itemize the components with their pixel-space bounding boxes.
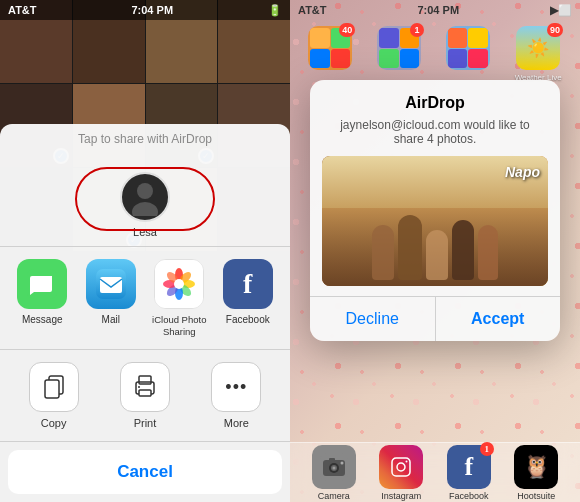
mail-icon bbox=[86, 259, 136, 309]
battery-icon: 🔋 bbox=[268, 4, 282, 17]
folder-icon-3 bbox=[446, 26, 490, 70]
app-item-photos[interactable]: iCloud PhotoSharing bbox=[151, 259, 207, 337]
svg-rect-18 bbox=[139, 376, 151, 384]
dialog-subtitle: jaynelson@icloud.com would like toshare … bbox=[310, 116, 560, 156]
svg-point-29 bbox=[397, 463, 405, 471]
action-item-copy[interactable]: Copy bbox=[22, 362, 86, 429]
dock: Camera Instagram f 1 Facebook 🦉 Ho bbox=[290, 442, 580, 502]
action-item-more[interactable]: ••• More bbox=[204, 362, 268, 429]
icon-row-1: 40 1 bbox=[290, 22, 580, 86]
home-icon-folder1[interactable]: 40 bbox=[308, 26, 352, 82]
svg-point-14 bbox=[174, 279, 184, 289]
right-carrier: AT&T bbox=[298, 4, 327, 16]
svg-rect-19 bbox=[139, 390, 151, 396]
action-label-more: More bbox=[224, 417, 249, 429]
svg-point-20 bbox=[138, 386, 140, 388]
svg-point-27 bbox=[340, 461, 343, 464]
app-item-mail[interactable]: Mail bbox=[83, 259, 139, 337]
hootsuite-dock-icon: 🦉 bbox=[514, 445, 558, 489]
app-item-message[interactable]: Message bbox=[14, 259, 70, 337]
right-phone: AT&T 7:04 PM ▶⬜ 40 bbox=[290, 0, 580, 502]
home-icon-folder2[interactable]: 1 bbox=[377, 26, 421, 82]
instagram-dock-icon bbox=[379, 445, 423, 489]
action-label-copy: Copy bbox=[41, 417, 67, 429]
app-label-facebook: Facebook bbox=[226, 314, 270, 326]
svg-rect-28 bbox=[392, 458, 410, 476]
svg-rect-4 bbox=[100, 277, 122, 293]
facebook-label: Facebook bbox=[449, 491, 489, 501]
print-icon bbox=[120, 362, 170, 412]
accept-button[interactable]: Accept bbox=[436, 297, 561, 341]
apps-row: Message Mail bbox=[0, 247, 290, 350]
home-icon-weather[interactable]: ☀️ 90 Weather Live bbox=[515, 26, 562, 82]
action-label-print: Print bbox=[134, 417, 157, 429]
airdrop-dialog: AirDrop jaynelson@icloud.com would like … bbox=[310, 80, 560, 341]
facebook-badge: 1 bbox=[480, 442, 494, 456]
right-battery: ▶⬜ bbox=[550, 4, 572, 17]
app-label-message: Message bbox=[22, 314, 63, 326]
dock-item-instagram[interactable]: Instagram bbox=[379, 445, 423, 501]
svg-point-25 bbox=[332, 466, 335, 469]
status-bar: AT&T 7:04 PM 🔋 bbox=[0, 0, 290, 20]
airdrop-oval bbox=[75, 167, 215, 231]
actions-row: Copy Print ••• More bbox=[0, 350, 290, 442]
badge-90: 90 bbox=[547, 23, 563, 37]
hootsuite-label: Hootsuite bbox=[517, 491, 555, 501]
svg-rect-26 bbox=[329, 458, 335, 462]
dialog-title: AirDrop bbox=[310, 80, 560, 116]
cancel-button[interactable]: Cancel bbox=[8, 450, 282, 494]
share-sheet: Tap to share with AirDrop Lesa bbox=[0, 124, 290, 502]
camera-dock-icon bbox=[312, 445, 356, 489]
instagram-label: Instagram bbox=[381, 491, 421, 501]
home-screen: 40 1 bbox=[290, 22, 580, 86]
decline-button[interactable]: Decline bbox=[310, 297, 436, 341]
right-status-bar: AT&T 7:04 PM ▶⬜ bbox=[290, 0, 580, 20]
dock-item-facebook[interactable]: f 1 Facebook bbox=[447, 445, 491, 501]
dialog-subtitle-text: jaynelson@icloud.com would like toshare … bbox=[340, 118, 530, 146]
badge-40: 40 bbox=[339, 23, 355, 37]
camera-label: Camera bbox=[318, 491, 350, 501]
message-icon bbox=[17, 259, 67, 309]
action-item-print[interactable]: Print bbox=[113, 362, 177, 429]
badge-1: 1 bbox=[410, 23, 424, 37]
app-label-mail: Mail bbox=[102, 314, 120, 326]
dialog-buttons: Decline Accept bbox=[310, 296, 560, 341]
dialog-image: Napo bbox=[322, 156, 548, 286]
svg-point-30 bbox=[406, 460, 408, 462]
svg-rect-16 bbox=[45, 380, 59, 398]
airdrop-hint: Tap to share with AirDrop bbox=[16, 132, 274, 146]
home-icon-folder3[interactable] bbox=[446, 26, 490, 82]
copy-icon bbox=[29, 362, 79, 412]
airdrop-person-container: Lesa bbox=[16, 152, 274, 246]
app-label-photos: iCloud PhotoSharing bbox=[152, 314, 206, 337]
dock-item-camera[interactable]: Camera bbox=[312, 445, 356, 501]
more-icon: ••• bbox=[211, 362, 261, 412]
time-label: 7:04 PM bbox=[131, 4, 173, 16]
photos-icon bbox=[154, 259, 204, 309]
app-item-facebook[interactable]: f Facebook bbox=[220, 259, 276, 337]
left-phone: ✓ ✓ ✓ AT&T 7:04 PM 🔋 Tap to share with A… bbox=[0, 0, 290, 502]
right-time: 7:04 PM bbox=[417, 4, 459, 16]
facebook-icon: f bbox=[223, 259, 273, 309]
carrier-label: AT&T bbox=[8, 4, 37, 16]
facebook-dock-icon: f 1 bbox=[447, 445, 491, 489]
dock-item-hootsuite[interactable]: 🦉 Hootsuite bbox=[514, 445, 558, 501]
